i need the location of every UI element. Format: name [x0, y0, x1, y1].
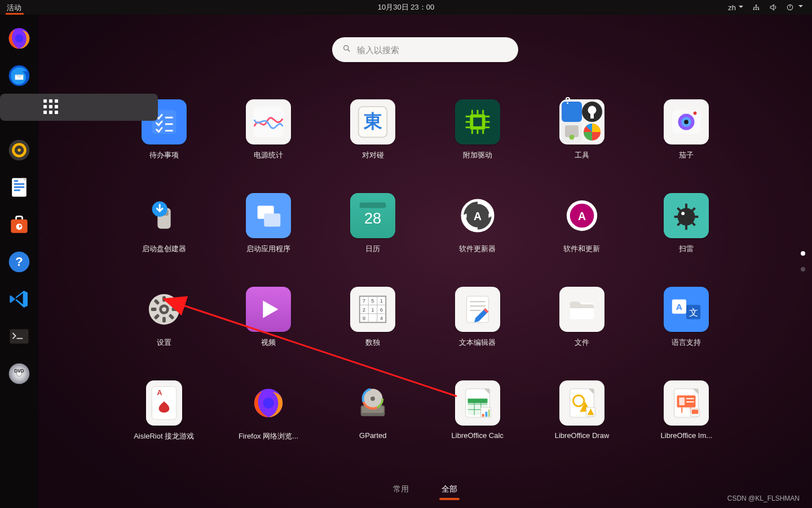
svg-point-59 [684, 120, 689, 124]
app-utilities-group[interactable]: ? 工具 [535, 99, 628, 187]
search-icon [342, 44, 351, 55]
svg-text:1: 1 [372, 306, 374, 313]
app-label: 视频 [261, 338, 276, 348]
app-libreoffice-draw[interactable]: LibreOffice Draw [535, 380, 628, 468]
app-label: 启动应用程序 [246, 244, 290, 254]
app-mahjongg[interactable]: 東对对碰 [326, 99, 420, 187]
svg-rect-16 [14, 186, 24, 188]
dock-help[interactable]: ? [6, 248, 33, 275]
app-additional-drivers[interactable]: 附加驱动 [431, 99, 524, 187]
app-mines[interactable]: 扫雷 [640, 193, 733, 281]
app-firefox[interactable]: Firefox 网络浏览... [222, 380, 315, 468]
app-label: GParted [359, 431, 386, 440]
app-aisleriot[interactable]: AAisleRiot 接龙游戏 [117, 380, 210, 468]
svg-text:1: 1 [380, 297, 383, 304]
svg-point-81 [682, 212, 685, 215]
app-text-editor[interactable]: 文本编辑器 [431, 287, 524, 375]
dock: ? DVD [0, 15, 38, 508]
volume-icon[interactable] [769, 3, 777, 11]
app-label: 对对碰 [362, 150, 384, 160]
tab-all[interactable]: 全部 [439, 481, 460, 498]
svg-text:?: ? [15, 255, 23, 269]
tab-frequent[interactable]: 常用 [391, 481, 411, 498]
app-label: 日历 [365, 244, 380, 254]
app-label: LibreOffice Calc [452, 431, 504, 440]
app-videos[interactable]: 视频 [222, 287, 315, 375]
dock-vscode[interactable] [6, 286, 33, 313]
app-startup-apps[interactable]: 启动应用程序 [222, 193, 315, 281]
app-label: LibreOffice Im... [661, 431, 713, 440]
app-label: 文本编辑器 [459, 338, 496, 348]
svg-rect-0 [753, 8, 754, 10]
app-software-updater[interactable]: A软件更新器 [431, 193, 524, 281]
app-gparted[interactable]: GParted [326, 380, 420, 468]
svg-text:7: 7 [363, 297, 365, 304]
app-label: 软件更新器 [459, 244, 496, 254]
svg-rect-1 [756, 8, 757, 10]
svg-point-51 [588, 106, 596, 115]
svg-text:DVD: DVD [14, 369, 24, 374]
network-icon[interactable] [752, 3, 760, 11]
power-icon[interactable] [786, 3, 803, 11]
dock-rhythmbox[interactable] [6, 137, 33, 164]
dock-thunderbird[interactable] [6, 62, 33, 89]
svg-text:A: A [578, 210, 586, 222]
svg-text:9: 9 [363, 315, 365, 321]
input-source-indicator[interactable]: zh [728, 3, 743, 12]
app-startup-disk-creator[interactable]: 启动盘创建器 [117, 193, 210, 281]
svg-text:5: 5 [372, 297, 374, 304]
show-apps-button[interactable] [0, 94, 158, 121]
search-bar[interactable] [332, 37, 518, 62]
page-indicator[interactable] [801, 251, 805, 271]
watermark: CSDN @KL_FLSHMAN [727, 494, 800, 502]
dock-writer[interactable] [6, 174, 33, 201]
activities-button[interactable]: 活动 [0, 1, 28, 14]
dock-terminal[interactable] [6, 323, 33, 350]
app-label: 软件和更新 [563, 244, 600, 254]
app-sudoku[interactable]: 75121694数独 [326, 287, 420, 375]
svg-rect-3 [756, 5, 757, 6]
app-label: LibreOffice Draw [555, 431, 610, 440]
app-language-support[interactable]: A文语言支持 [640, 287, 733, 375]
clock[interactable]: 10月30日 23：00 [378, 2, 434, 12]
svg-point-27 [344, 46, 348, 50]
svg-line-28 [348, 50, 350, 51]
svg-rect-126 [467, 398, 487, 403]
svg-rect-15 [14, 183, 24, 185]
app-files[interactable]: 文件 [535, 287, 628, 375]
app-settings[interactable]: 设置 [117, 287, 210, 375]
app-label: 电源统计 [254, 150, 283, 160]
dock-firefox[interactable] [6, 25, 33, 52]
svg-text:28: 28 [364, 209, 381, 227]
svg-text:6: 6 [380, 306, 383, 313]
app-label: 启动盘创建器 [142, 244, 186, 254]
svg-text:4: 4 [380, 315, 383, 321]
app-libreoffice-impress[interactable]: LibreOffice Im... [640, 380, 733, 468]
svg-text:東: 東 [363, 111, 382, 132]
svg-point-60 [694, 112, 697, 115]
svg-rect-66 [360, 203, 386, 208]
app-label: 文件 [575, 338, 589, 348]
svg-rect-23 [10, 329, 29, 344]
svg-rect-128 [482, 414, 484, 417]
search-input[interactable] [357, 45, 508, 55]
dock-dvd[interactable]: DVD [6, 360, 33, 387]
app-label: 茄子 [679, 150, 694, 160]
app-calendar[interactable]: 28日历 [326, 193, 420, 281]
svg-rect-130 [488, 410, 489, 417]
app-power-stats[interactable]: 电源统计 [222, 99, 315, 187]
dock-software[interactable] [6, 211, 33, 238]
app-libreoffice-calc[interactable]: LibreOffice Calc [431, 380, 524, 468]
svg-rect-65 [264, 213, 280, 226]
svg-rect-144 [692, 410, 699, 414]
svg-text:文: 文 [689, 308, 698, 317]
overview: 待办事项 电源统计 東对对碰 附加驱动 ? 工具 茄子 启动盘创建器 启动应用程… [38, 15, 812, 508]
app-cheese[interactable]: 茄子 [640, 99, 733, 187]
svg-point-85 [162, 307, 166, 312]
svg-point-112 [263, 397, 273, 408]
app-software-and-updates[interactable]: A软件和更新 [535, 193, 628, 281]
app-label: 工具 [575, 150, 589, 160]
app-label: 待办事项 [149, 150, 179, 160]
svg-rect-138 [679, 397, 685, 405]
svg-text:A: A [157, 389, 162, 397]
